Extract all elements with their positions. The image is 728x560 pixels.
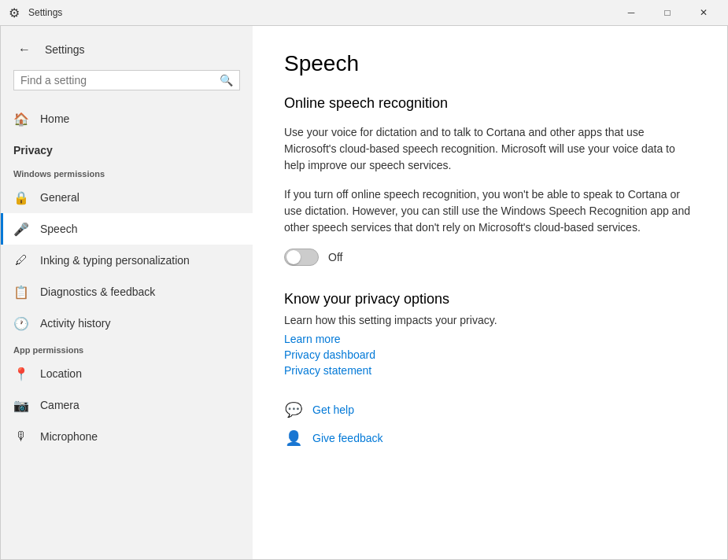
app-permissions-label: App permissions	[1, 339, 253, 358]
section1-title: Online speech recognition	[284, 95, 696, 112]
sidebar-nav-top: ← Settings	[1, 26, 253, 67]
sidebar-item-diagnostics[interactable]: 📋 Diagnostics & feedback	[1, 276, 253, 308]
get-help-item[interactable]: 💬 Get help	[284, 396, 696, 424]
sidebar-item-general[interactable]: 🔒 General	[1, 182, 253, 213]
get-help-link[interactable]: Get help	[312, 403, 354, 416]
settings-icon: ⚙	[6, 5, 22, 20]
sidebar-privacy-label: Privacy	[1, 134, 253, 163]
inking-icon: 🖊	[13, 252, 29, 268]
close-button[interactable]: ✕	[686, 0, 722, 25]
privacy-statement-link[interactable]: Privacy statement	[284, 364, 696, 377]
search-icon: 🔍	[220, 74, 233, 87]
sidebar-diagnostics-label: Diagnostics & feedback	[40, 286, 155, 298]
sidebar-general-label: General	[40, 191, 79, 204]
get-help-icon: 💬	[284, 400, 303, 419]
microphone-icon: 🎙	[13, 429, 29, 444]
general-icon: 🔒	[13, 190, 29, 205]
windows-permissions-label: Windows permissions	[1, 163, 253, 182]
give-feedback-item[interactable]: 👤 Give feedback	[284, 424, 696, 452]
sidebar-item-home[interactable]: 🏠 Home	[1, 103, 253, 134]
sidebar-app-title: Settings	[45, 43, 85, 56]
desc1-text: Use your voice for dictation and to talk…	[284, 124, 696, 174]
back-button[interactable]: ←	[13, 39, 35, 61]
window-controls: ─ □ ✕	[613, 0, 722, 25]
speech-toggle[interactable]	[284, 249, 319, 266]
sidebar-item-location[interactable]: 📍 Location	[1, 358, 253, 389]
give-feedback-link[interactable]: Give feedback	[312, 432, 383, 444]
content-area: Speech Online speech recognition Use you…	[253, 26, 727, 559]
sidebar-microphone-label: Microphone	[40, 430, 98, 443]
titlebar-title: Settings	[28, 7, 62, 18]
toggle-label: Off	[328, 251, 342, 263]
sidebar-inking-label: Inking & typing personalization	[40, 254, 190, 267]
sidebar-item-inking[interactable]: 🖊 Inking & typing personalization	[1, 245, 253, 276]
sidebar-location-label: Location	[40, 367, 82, 380]
sidebar-activity-label: Activity history	[40, 317, 110, 330]
section2-desc: Learn how this setting impacts your priv…	[284, 314, 696, 326]
sidebar-home-label: Home	[40, 112, 69, 125]
app-body: ← Settings 🔍 🏠 Home Privacy Windows perm…	[0, 25, 728, 560]
sidebar: ← Settings 🔍 🏠 Home Privacy Windows perm…	[1, 26, 253, 559]
search-box[interactable]: 🔍	[13, 70, 240, 90]
give-feedback-icon: 👤	[284, 429, 303, 448]
learn-more-link[interactable]: Learn more	[284, 333, 696, 345]
page-title: Speech	[284, 51, 696, 76]
diagnostics-icon: 📋	[13, 284, 29, 300]
search-input[interactable]	[20, 74, 220, 87]
maximize-button[interactable]: □	[649, 0, 686, 25]
help-section: 💬 Get help 👤 Give feedback	[284, 396, 696, 452]
desc2-text: If you turn off online speech recognitio…	[284, 186, 696, 236]
sidebar-speech-label: Speech	[40, 223, 77, 235]
sidebar-item-microphone[interactable]: 🎙 Microphone	[1, 421, 253, 452]
toggle-knob	[286, 250, 301, 264]
sidebar-item-camera[interactable]: 📷 Camera	[1, 389, 253, 421]
privacy-dashboard-link[interactable]: Privacy dashboard	[284, 348, 696, 361]
back-icon: ←	[18, 42, 31, 57]
sidebar-item-speech[interactable]: 🎤 Speech	[1, 213, 253, 245]
minimize-button[interactable]: ─	[613, 0, 649, 25]
camera-icon: 📷	[13, 397, 29, 413]
titlebar: ⚙ Settings ─ □ ✕	[0, 0, 728, 25]
toggle-row: Off	[284, 249, 696, 266]
home-icon: 🏠	[13, 111, 29, 127]
sidebar-camera-label: Camera	[40, 399, 79, 411]
speech-icon: 🎤	[13, 221, 29, 237]
location-icon: 📍	[13, 366, 29, 381]
sidebar-item-activity[interactable]: 🕐 Activity history	[1, 308, 253, 339]
activity-icon: 🕐	[13, 315, 29, 331]
section2-title: Know your privacy options	[284, 291, 696, 308]
